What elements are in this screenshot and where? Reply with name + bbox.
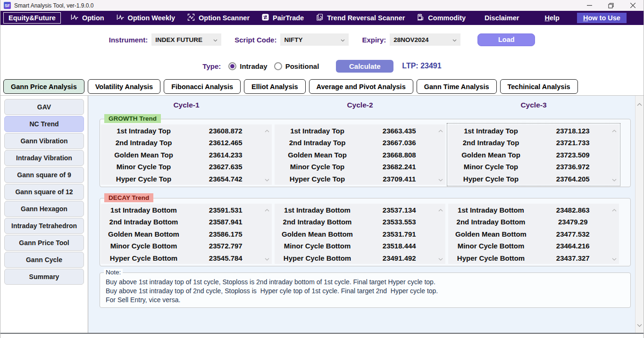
table-row: 1st Intraday Bottom23591.531 (101, 204, 272, 216)
decay-trend-groupbox: DECAY Trend 1st Intraday Bottom23591.531… (100, 198, 631, 266)
note-groupbox: Note: Buy above 1st intraday top of 1st … (100, 272, 631, 308)
table-row: Golden Mean Bottom23477.532 (448, 228, 619, 240)
sidebar-item-gav[interactable]: GAV (4, 99, 84, 115)
restore-button[interactable] (600, 0, 622, 11)
table-row: Golden Mean Top23668.808 (275, 149, 445, 161)
titlebar: SF Smart Analysis Tool, ver-1.9.0.0 (0, 0, 644, 11)
note-title: Note: (104, 269, 123, 276)
growth-trend-chip: GROWTH Trend (104, 114, 161, 123)
scroll-down-icon[interactable] (265, 175, 269, 183)
growth-cycle-3-list[interactable]: 1st Intraday Top23718.123 2nd Intraday T… (448, 124, 619, 185)
type-label: Type: (202, 62, 221, 70)
sidebar-item-summary[interactable]: Summary (4, 269, 84, 285)
table-row: Golden Mean Top23723.509 (448, 149, 619, 161)
chevron-down-icon (213, 36, 217, 43)
instrument-select[interactable]: INDEX FUTURE (151, 33, 221, 46)
menu-equity-future[interactable]: Equity&Future (3, 12, 61, 24)
tab-average-and-pivot-analysis[interactable]: Average and Pivot Analysis (309, 79, 413, 94)
analysis-tabs: Gann Price Analysis Volatility Analysis … (0, 78, 644, 96)
sidebar-item-gann-cycle[interactable]: Gann Cycle (4, 252, 84, 268)
sidebar-item-gann-price-tool[interactable]: Gann Price Tool (4, 235, 84, 251)
script-code-select[interactable]: NIFTY (280, 33, 349, 46)
radio-selected-icon (228, 62, 236, 70)
table-row: Golden Mean Bottom23586.175 (101, 228, 272, 240)
table-row: Minor Cycle Top23736.972 (448, 161, 619, 173)
menu-disclaimer[interactable]: Disclaimer (478, 13, 525, 23)
decay-cycle-3-list[interactable]: 1st Intraday Bottom23482.863 2nd Intrada… (448, 204, 619, 264)
scroll-down-icon[interactable] (438, 175, 443, 183)
type-row: Type: Intraday Positional Calculate LTP:… (0, 54, 644, 78)
tab-gann-time-analysis[interactable]: Gann Time Analysis (417, 79, 497, 94)
sidebar-item-intraday-tetrahedron[interactable]: Intraday Tetrahedron (4, 218, 84, 234)
scroll-up-icon[interactable] (612, 205, 617, 214)
scroll-down-icon[interactable] (438, 254, 443, 263)
menu-trend-reversal-scanner[interactable]: Trend Reversal Scanner (310, 12, 411, 24)
instrument-label: Instrument: (109, 36, 148, 44)
document-refresh-icon (316, 14, 323, 22)
growth-cycle-2-list[interactable]: 1st Intraday Top23663.435 2nd Intraday T… (275, 124, 445, 185)
menu-how-to-use[interactable]: How to Use (577, 13, 627, 23)
tab-gann-price-analysis[interactable]: Gann Price Analysis (3, 79, 84, 94)
table-row: Minor Cycle Top23682.241 (275, 161, 445, 173)
calculate-button[interactable]: Calculate (336, 60, 393, 73)
menu-pairtrade[interactable]: PairTrade (256, 12, 310, 24)
scroll-up-icon[interactable] (438, 126, 443, 134)
scroll-up-icon[interactable] (637, 99, 642, 108)
cycle-3-header: Cycle-3 (448, 101, 619, 115)
scroll-up-icon[interactable] (265, 205, 269, 214)
scroll-down-icon[interactable] (265, 254, 269, 263)
tab-techinical-analysis[interactable]: Techinical Analysis (500, 79, 578, 94)
menu-option-scanner[interactable]: Option Scanner (181, 12, 256, 24)
table-row: 2nd Intraday Bottom23587.941 (101, 216, 272, 228)
radio-positional[interactable]: Positional (274, 62, 319, 70)
sidebar-item-gann-vibration[interactable]: Gann Vibration (4, 133, 84, 149)
table-row: 2nd Intraday Top23721.733 (448, 137, 619, 148)
sidebar-item-gann-square-of-12[interactable]: Gann square of 12 (4, 184, 84, 200)
table-row: 2nd Intraday Bottom23479.29 (448, 216, 619, 228)
scroll-up-icon[interactable] (438, 205, 443, 214)
table-row: 2nd Intraday Top23612.465 (101, 137, 272, 148)
menu-option[interactable]: Option (65, 12, 110, 24)
scroll-up-icon[interactable] (612, 126, 617, 134)
tab-fibonacci-analysis[interactable]: Fibonacci Analysis (164, 79, 241, 94)
sidebar: GAV NC Trend Gann Vibration Intraday Vib… (0, 96, 88, 333)
scroll-down-icon[interactable] (612, 254, 617, 263)
menu-option-weekly[interactable]: Option Weekly (110, 12, 181, 24)
script-code-label: Script Code: (234, 36, 276, 44)
table-row: Golden Mean Top23614.233 (101, 149, 272, 161)
close-icon[interactable] (622, 0, 644, 11)
chart-line-icon (71, 14, 78, 22)
minimize-button[interactable] (578, 0, 600, 11)
growth-cycle-1-list[interactable]: 1st Intraday Top23608.872 2nd Intraday T… (101, 124, 272, 185)
tab-volatility-analysis[interactable]: Volatility Analysis (88, 79, 161, 94)
sidebar-item-intraday-vibration[interactable]: Intraday Vibration (4, 150, 84, 166)
load-button[interactable]: Load (477, 33, 535, 46)
window-bottom-edge (0, 333, 644, 338)
content-area: GAV NC Trend Gann Vibration Intraday Vib… (0, 96, 644, 333)
decay-cycle-2-list[interactable]: 1st Intraday Bottom23537.134 2nd Intrada… (275, 204, 445, 264)
table-row: 1st Intraday Top23663.435 (275, 125, 445, 137)
sidebar-item-gann-square-of-9[interactable]: Gann square of 9 (4, 167, 84, 183)
expiry-select[interactable]: 28NOV2024 (390, 33, 460, 46)
sidebar-item-gann-hexagon[interactable]: Gann Hexagon (4, 201, 84, 217)
scroll-down-icon[interactable] (637, 321, 642, 329)
note-line-2: Buy above 1st intraday top of 2nd cycle,… (106, 287, 625, 296)
vertical-scrollbar[interactable] (635, 96, 644, 333)
scroll-up-icon[interactable] (265, 126, 269, 134)
menu-help[interactable]: Help (538, 13, 565, 23)
tab-elliot-analysis[interactable]: Elliot Analysis (244, 79, 306, 94)
radio-intraday[interactable]: Intraday (228, 62, 267, 70)
cycle-2-header: Cycle-2 (275, 101, 445, 115)
growth-trend-groupbox: GROWTH Trend 1st Intraday Top23608.872 2… (100, 119, 631, 187)
table-row: 2nd Intraday Bottom23533.553 (275, 216, 445, 228)
sidebar-item-nc-trend[interactable]: NC Trend (4, 116, 84, 132)
fuel-pump-icon (417, 14, 424, 22)
cycle-1-header: Cycle-1 (101, 101, 272, 115)
note-line-1: Buy above 1st intraday top of 1st cycle,… (106, 278, 625, 287)
menu-commodity[interactable]: Commodity (411, 12, 472, 24)
table-row: Golden Mean Bottom23531.791 (275, 228, 445, 240)
window-title: Smart Analysis Tool, ver-1.9.0.0 (14, 2, 94, 9)
scroll-down-icon[interactable] (612, 175, 617, 183)
decay-trend-chip: DECAY Trend (104, 193, 153, 202)
decay-cycle-1-list[interactable]: 1st Intraday Bottom23591.531 2nd Intrada… (101, 204, 272, 264)
